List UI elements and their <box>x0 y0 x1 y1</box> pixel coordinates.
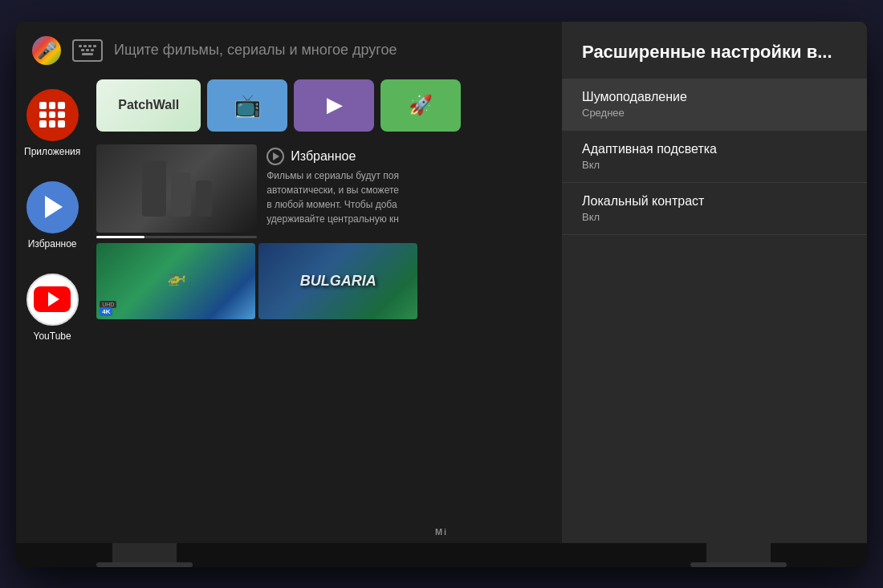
rocket-card[interactable]: 🚀 <box>380 79 461 132</box>
favorites-title: Избранное <box>291 149 356 164</box>
progress-bar <box>96 236 257 238</box>
bulgaria-text: BULGARIA <box>300 273 376 290</box>
grid-cell <box>49 120 56 128</box>
keyboard-button[interactable] <box>72 39 103 62</box>
key <box>93 45 96 47</box>
tv-icon: 📺 <box>234 92 262 119</box>
spacebar <box>82 53 93 55</box>
grid-cell <box>58 112 65 119</box>
4k-badge: 4K <box>100 307 112 316</box>
progress-fill <box>96 236 144 238</box>
search-placeholder: Ищите фильмы, сериалы и многое другое <box>114 42 397 59</box>
key <box>88 45 92 47</box>
tv-stand <box>16 543 867 567</box>
contrast-label: Локальный контраст <box>582 194 847 209</box>
noise-reduction-label: Шумоподавление <box>582 90 847 104</box>
mic-button[interactable]: 🎤 <box>32 36 61 65</box>
contrast-value: Вкл <box>582 211 847 223</box>
sidebar: Приложения Избранное <box>16 73 88 543</box>
key <box>83 45 87 47</box>
tv-screen: 🎤 <box>16 22 867 543</box>
rocket-icon: 🚀 <box>409 94 433 116</box>
person-3 <box>196 180 212 217</box>
drone-icon: 🚁 <box>166 267 186 286</box>
grid-cell <box>58 120 65 128</box>
backlight-label: Адаптивная подсветка <box>582 142 847 156</box>
settings-item-backlight[interactable]: Адаптивная подсветка Вкл <box>562 131 867 183</box>
movie-thumb[interactable] <box>96 144 257 233</box>
play-icon <box>45 196 63 218</box>
person-2 <box>171 172 191 217</box>
apps-label: Приложения <box>24 146 80 157</box>
movie-silhouette <box>136 154 218 223</box>
key <box>91 49 94 51</box>
video-icon: ▶ <box>327 94 341 116</box>
patchwall-card[interactable]: PatchWall <box>96 79 201 132</box>
noise-reduction-value: Среднее <box>582 107 847 119</box>
youtube-icon <box>26 274 79 326</box>
tv-leg-left <box>112 543 177 567</box>
grid-cell <box>39 120 47 128</box>
person-1 <box>142 160 166 217</box>
grid-cell <box>49 112 56 119</box>
yt-red-icon <box>34 286 71 312</box>
bulgaria-thumb[interactable]: BULGARIA <box>258 243 417 319</box>
patchwall-label: PatchWall <box>118 98 179 112</box>
favorites-play-circle <box>267 148 284 165</box>
video-card[interactable]: ▶ <box>294 79 374 132</box>
key <box>79 45 82 47</box>
settings-title: Расширенные настройки в... <box>562 22 867 79</box>
tv-card[interactable]: 📺 <box>207 79 287 132</box>
yt-play-icon <box>48 292 59 306</box>
tv-wrapper: 🎤 <box>16 22 867 567</box>
tv-leg-right <box>706 543 771 567</box>
favorites-label: Избранное <box>28 238 77 249</box>
settings-item-noise[interactable]: Шумоподавление Среднее <box>562 79 867 131</box>
favorites-item[interactable]: Избранное <box>26 181 79 249</box>
grid-cell <box>49 102 56 109</box>
favorites-icon <box>26 181 79 233</box>
grid-cell <box>39 112 47 119</box>
apps-icon <box>26 89 79 141</box>
key <box>86 49 89 51</box>
youtube-label: YouTube <box>34 330 71 342</box>
key <box>81 49 84 51</box>
mic-icon: 🎤 <box>37 41 57 60</box>
apps-item[interactable]: Приложения <box>24 89 80 157</box>
landscape-thumb[interactable]: 🚁 UHD 4K <box>96 243 255 319</box>
settings-panel: Расширенные настройки в... Шумоподавлени… <box>562 22 867 543</box>
grid-icon <box>39 102 65 128</box>
movie-area <box>96 144 257 238</box>
youtube-item[interactable]: YouTube <box>26 274 79 342</box>
backlight-value: Вкл <box>582 159 847 171</box>
favorites-play-tri <box>273 152 279 160</box>
settings-item-contrast[interactable]: Локальный контраст Вкл <box>562 183 867 235</box>
favorites-description: Фильмы и сериалы будут поя автоматически… <box>267 168 443 226</box>
mi-logo: Mi <box>435 527 448 537</box>
grid-cell <box>39 102 47 109</box>
grid-cell <box>58 102 65 109</box>
